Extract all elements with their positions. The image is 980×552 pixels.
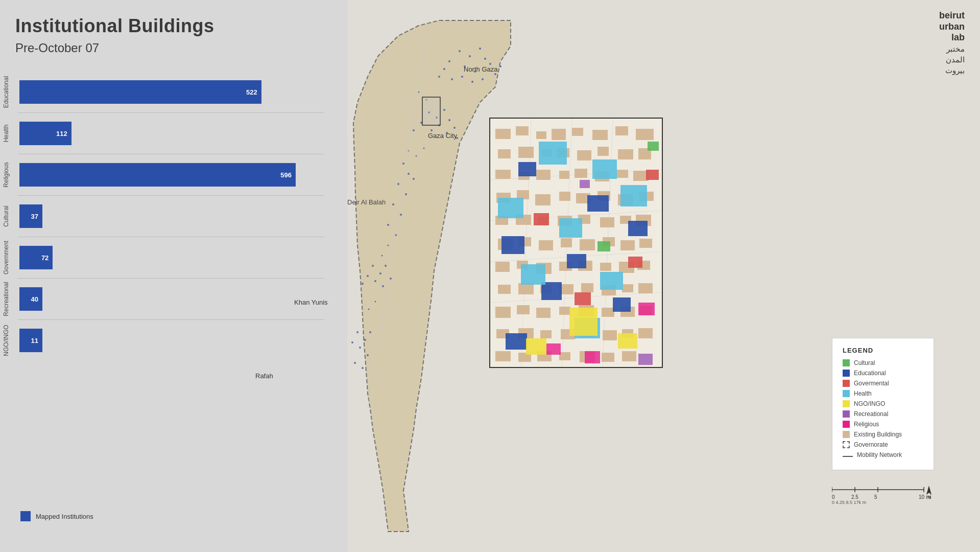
svg-rect-133 [495, 307, 511, 318]
svg-point-41 [390, 278, 392, 280]
svg-rect-113 [580, 239, 595, 250]
svg-point-2 [479, 48, 481, 50]
bar-educational: 522 [19, 80, 261, 104]
svg-rect-176 [569, 308, 597, 336]
svg-rect-172 [575, 292, 591, 305]
svg-rect-170 [600, 272, 623, 290]
svg-rect-179 [638, 303, 655, 315]
bar-cultural: 37 [19, 204, 42, 228]
scale-bar: 0 2.5 5 10 mi 0 4.25 8.5 17k m N [832, 485, 934, 506]
chart-label-health: Health [3, 125, 17, 143]
legend-label-existing buildings: Existing Buildings [854, 431, 902, 438]
chart-label-cultural: Cultural [3, 205, 17, 226]
legend-label-cultural: Cultural [854, 359, 875, 366]
legend-color-governorate [843, 441, 850, 448]
svg-point-30 [405, 193, 407, 195]
svg-rect-131 [622, 284, 633, 292]
svg-marker-196 [926, 486, 931, 495]
legend-title: LEGEND [843, 347, 923, 354]
legend-color-health [843, 390, 850, 397]
svg-point-58 [381, 255, 383, 257]
chart-row-educational: Educational522 [0, 72, 342, 112]
svg-rect-162 [613, 297, 631, 312]
svg-rect-159 [587, 195, 609, 212]
city-rafah: Rafah [255, 372, 273, 380]
logo-en-line2: urban [939, 21, 965, 33]
deir-label: Deir Al Balah [347, 198, 386, 206]
legend-color-existing buildings [843, 431, 850, 438]
legend-color-govermental [843, 380, 850, 387]
svg-rect-149 [495, 351, 511, 361]
svg-rect-156 [501, 236, 524, 254]
bar-health: 112 [19, 122, 71, 145]
svg-rect-175 [646, 170, 659, 180]
mapped-legend: Mapped Institutions [20, 511, 93, 521]
svg-rect-125 [498, 285, 511, 294]
svg-rect-181 [585, 351, 600, 363]
svg-point-32 [392, 203, 394, 205]
city-north-gaza: North Gaza [464, 65, 497, 73]
svg-point-38 [385, 265, 387, 267]
svg-rect-169 [521, 264, 545, 285]
svg-rect-87 [536, 170, 551, 180]
svg-point-47 [359, 347, 361, 349]
svg-rect-166 [498, 198, 523, 218]
svg-point-7 [448, 60, 450, 62]
bar-value-educational: 522 [246, 88, 257, 96]
legend-label-ngo-ingo: NGO/INGO [854, 400, 885, 407]
svg-point-6 [489, 63, 491, 65]
legend-label-mobility network: Mobility Network [857, 451, 902, 458]
legend-item-educational: Educational [843, 370, 923, 377]
svg-point-9 [482, 78, 484, 80]
svg-text:0: 0 [832, 494, 835, 500]
svg-rect-143 [540, 330, 552, 338]
svg-rect-155 [622, 351, 636, 361]
svg-rect-183 [597, 241, 610, 251]
legend-color-recreational [843, 410, 850, 418]
svg-rect-152 [559, 352, 570, 360]
chart-row-ngo/ingo: NGO/INGO11 [0, 320, 342, 361]
svg-rect-122 [600, 263, 611, 271]
bar-container-religious: 596 [19, 163, 296, 187]
legend-label-health: Health [854, 390, 872, 397]
svg-rect-134 [517, 305, 530, 314]
bar-government: 72 [19, 246, 53, 269]
svg-rect-160 [628, 221, 648, 236]
bar-container-health: 112 [19, 122, 71, 145]
bar-value-religious: 596 [280, 171, 292, 179]
legend-color-cultural [843, 359, 850, 366]
legend-color-ngo-ingo [843, 400, 850, 407]
svg-rect-148 [638, 328, 653, 338]
svg-point-10 [471, 81, 473, 83]
svg-point-46 [369, 331, 371, 333]
chart-label-educational: Educational [3, 76, 17, 108]
svg-point-39 [374, 280, 376, 282]
bar-value-recreational: 40 [31, 295, 38, 303]
svg-point-52 [418, 91, 420, 93]
svg-point-55 [416, 155, 417, 157]
chart-label-government: Government [3, 241, 17, 274]
svg-rect-106 [600, 217, 614, 227]
svg-rect-135 [536, 308, 551, 318]
svg-point-1 [469, 55, 471, 57]
svg-rect-173 [628, 257, 642, 268]
svg-rect-161 [541, 282, 562, 300]
logo-en-line3: lab [939, 32, 965, 43]
svg-point-51 [362, 367, 364, 369]
svg-rect-82 [597, 147, 609, 156]
svg-point-43 [362, 283, 364, 285]
chart-label-ngo/ingo: NGO/INGO [3, 325, 17, 356]
inset-map-svg [490, 119, 663, 368]
svg-point-60 [368, 309, 370, 310]
svg-rect-71 [536, 131, 546, 139]
svg-point-15 [499, 65, 501, 67]
svg-rect-81 [577, 150, 591, 160]
bar-container-cultural: 37 [19, 204, 42, 228]
legend-box: LEGEND CulturalEducationalGovermentalHea… [832, 338, 934, 470]
bar-container-government: 72 [19, 246, 53, 269]
legend-item-health: Health [843, 390, 923, 397]
svg-rect-132 [638, 283, 653, 293]
legend-color-mobility network [843, 456, 853, 457]
svg-rect-70 [516, 126, 529, 135]
svg-point-33 [400, 214, 402, 216]
